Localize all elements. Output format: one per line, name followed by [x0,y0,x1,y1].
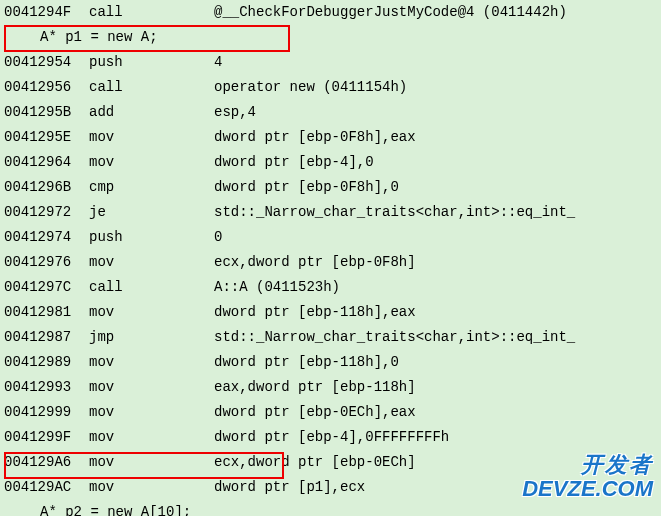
asm-line: 00412981movdword ptr [ebp-118h],eax [0,300,661,325]
operand: dword ptr [ebp-4],0FFFFFFFFh [214,425,449,450]
address: 00412989 [0,350,89,375]
instruction: add [89,100,214,125]
instruction: call [89,0,214,25]
instruction: mov [89,425,214,450]
address: 004129A6 [0,450,89,475]
address: 0041295E [0,125,89,150]
address: 00412964 [0,150,89,175]
address: 004129AC [0,475,89,500]
operand: 4 [214,50,222,75]
source-line: A* p1 = new A; [0,25,661,50]
operand: std::_Narrow_char_traits<char,int>::eq_i… [214,200,575,225]
address: 0041297C [0,275,89,300]
asm-line: 00412972jestd::_Narrow_char_traits<char,… [0,200,661,225]
instruction: cmp [89,175,214,200]
address: 0041296B [0,175,89,200]
asm-line: 00412999movdword ptr [ebp-0ECh],eax [0,400,661,425]
instruction: call [89,75,214,100]
instruction: mov [89,300,214,325]
operand: ecx,dword ptr [ebp-0F8h] [214,250,416,275]
operand: dword ptr [ebp-4],0 [214,150,374,175]
operand: 0 [214,225,222,250]
operand: A::A (0411523h) [214,275,340,300]
asm-line: 00412976movecx,dword ptr [ebp-0F8h] [0,250,661,275]
instruction: call [89,275,214,300]
asm-line: 00412954push4 [0,50,661,75]
asm-line: 0041297CcallA::A (0411523h) [0,275,661,300]
instruction: mov [89,450,214,475]
operand: dword ptr [ebp-0ECh],eax [214,400,416,425]
address: 00412987 [0,325,89,350]
asm-line: 004129A6movecx,dword ptr [ebp-0ECh] [0,450,661,475]
address: 00412954 [0,50,89,75]
operand: eax,dword ptr [ebp-118h] [214,375,416,400]
address: 00412974 [0,225,89,250]
address: 00412993 [0,375,89,400]
operand: dword ptr [ebp-0F8h],0 [214,175,399,200]
address: 0041295B [0,100,89,125]
instruction: je [89,200,214,225]
address: 0041294F [0,0,89,25]
source-line: A* p2 = new A[10]; [0,500,661,516]
code-lines: 0041294Fcall@__CheckForDebuggerJustMyCod… [0,0,661,516]
instruction: mov [89,125,214,150]
instruction: mov [89,400,214,425]
asm-line: 00412993moveax,dword ptr [ebp-118h] [0,375,661,400]
operand: dword ptr [ebp-0F8h],eax [214,125,416,150]
operand: ecx,dword ptr [ebp-0ECh] [214,450,416,475]
operand: std::_Narrow_char_traits<char,int>::eq_i… [214,325,575,350]
operand: operator new (0411154h) [214,75,407,100]
address: 0041299F [0,425,89,450]
instruction: mov [89,150,214,175]
asm-line: 0041295Emovdword ptr [ebp-0F8h],eax [0,125,661,150]
address: 00412956 [0,75,89,100]
address: 00412976 [0,250,89,275]
asm-line: 004129ACmovdword ptr [p1],ecx [0,475,661,500]
asm-line: 00412989movdword ptr [ebp-118h],0 [0,350,661,375]
address: 00412981 [0,300,89,325]
disassembly-view: 0041294Fcall@__CheckForDebuggerJustMyCod… [0,0,661,516]
asm-line: 0041294Fcall@__CheckForDebuggerJustMyCod… [0,0,661,25]
instruction: push [89,225,214,250]
asm-line: 00412974push0 [0,225,661,250]
operand: dword ptr [ebp-118h],0 [214,350,399,375]
instruction: jmp [89,325,214,350]
asm-line: 00412956calloperator new (0411154h) [0,75,661,100]
operand: dword ptr [p1],ecx [214,475,365,500]
operand: esp,4 [214,100,256,125]
address: 00412972 [0,200,89,225]
asm-line: 00412987jmpstd::_Narrow_char_traits<char… [0,325,661,350]
instruction: mov [89,250,214,275]
instruction: mov [89,375,214,400]
asm-line: 0041296Bcmpdword ptr [ebp-0F8h],0 [0,175,661,200]
asm-line: 0041295Baddesp,4 [0,100,661,125]
instruction: push [89,50,214,75]
instruction: mov [89,350,214,375]
operand: dword ptr [ebp-118h],eax [214,300,416,325]
asm-line: 0041299Fmovdword ptr [ebp-4],0FFFFFFFFh [0,425,661,450]
instruction: mov [89,475,214,500]
address: 00412999 [0,400,89,425]
operand: @__CheckForDebuggerJustMyCode@4 (0411442… [214,0,567,25]
asm-line: 00412964movdword ptr [ebp-4],0 [0,150,661,175]
